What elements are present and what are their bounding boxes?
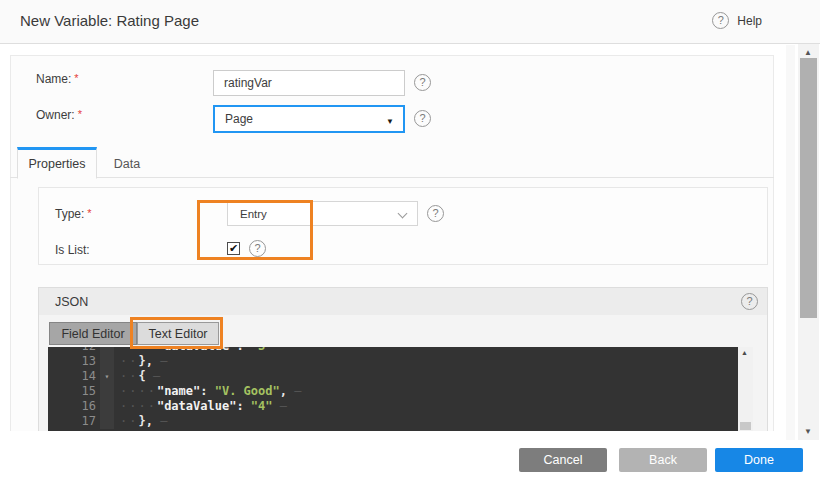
page-title: New Variable: Rating Page	[20, 12, 199, 29]
main-scrollbar[interactable]: ▲ ▼	[798, 44, 819, 440]
tab-strip: Properties Data	[10, 147, 774, 178]
owner-selected-value: Page	[225, 112, 253, 126]
tab-properties[interactable]: Properties	[17, 147, 97, 179]
is-list-label: Is List:	[55, 243, 90, 257]
help-link[interactable]: ? Help	[712, 12, 762, 29]
type-section-panel	[38, 187, 768, 265]
name-label: Name:*	[36, 72, 79, 86]
code-line: 13··}, –	[48, 354, 738, 369]
field-editor-button[interactable]: Field Editor	[49, 322, 137, 345]
code-line: 15····"name": "V. Good", –	[48, 384, 738, 399]
editor-scrollbar-thumb[interactable]	[740, 422, 751, 430]
checkmark-icon: ✔	[229, 243, 238, 254]
cancel-button[interactable]: Cancel	[519, 448, 607, 472]
required-asterisk: *	[74, 72, 78, 84]
scroll-up-icon[interactable]: ▲	[804, 48, 812, 57]
code-line: 17··}, –	[48, 414, 738, 429]
required-asterisk: *	[87, 207, 91, 219]
owner-label: Owner:*	[36, 108, 82, 122]
code-line: 16····"dataValue": "4" –	[48, 399, 738, 414]
type-selected-value: Entry	[240, 208, 267, 220]
code-line: 14▾··{ –	[48, 369, 738, 384]
owner-select[interactable]: Page ▼	[213, 105, 405, 133]
dropdown-arrow-icon: ▼	[386, 117, 394, 126]
code-line: 12····"dataValue": "3" –	[48, 347, 738, 354]
name-input[interactable]	[213, 70, 405, 96]
type-help-icon[interactable]: ?	[427, 205, 444, 222]
owner-help-icon[interactable]: ?	[414, 110, 431, 127]
done-button[interactable]: Done	[715, 448, 803, 472]
new-variable-dialog: New Variable: Rating Page ? Help Name:* …	[0, 0, 820, 488]
type-select[interactable]: Entry	[227, 201, 418, 226]
chevron-down-icon	[399, 209, 407, 217]
json-help-icon[interactable]: ?	[741, 293, 758, 310]
main-scrollbar-thumb[interactable]	[800, 58, 817, 318]
code-lines: 12····"dataValue": "3" –13··}, –14▾··{ –…	[48, 347, 738, 429]
text-editor-button[interactable]: Text Editor	[137, 322, 219, 345]
name-help-icon[interactable]: ?	[414, 74, 431, 91]
fold-marker-icon: ▾	[100, 369, 114, 384]
tab-data[interactable]: Data	[98, 150, 156, 178]
json-section-title: JSON	[55, 295, 88, 309]
type-label: Type:*	[55, 207, 92, 221]
back-button[interactable]: Back	[619, 448, 707, 472]
json-code-editor[interactable]: 12····"dataValue": "3" –13··}, –14▾··{ –…	[48, 347, 738, 431]
inner-scroll-gutter	[786, 45, 795, 440]
dialog-header: New Variable: Rating Page ? Help	[0, 0, 820, 44]
editor-scrollbar[interactable]: ▲	[738, 347, 753, 431]
help-label: Help	[737, 14, 762, 28]
scroll-down-icon[interactable]: ▼	[804, 427, 812, 436]
json-section-header: JSON	[39, 288, 767, 315]
required-asterisk: *	[78, 108, 82, 120]
scroll-up-icon[interactable]: ▲	[741, 349, 748, 356]
help-icon[interactable]: ?	[712, 12, 729, 29]
is-list-help-icon[interactable]: ?	[249, 240, 266, 257]
is-list-checkbox[interactable]: ✔	[227, 242, 240, 255]
